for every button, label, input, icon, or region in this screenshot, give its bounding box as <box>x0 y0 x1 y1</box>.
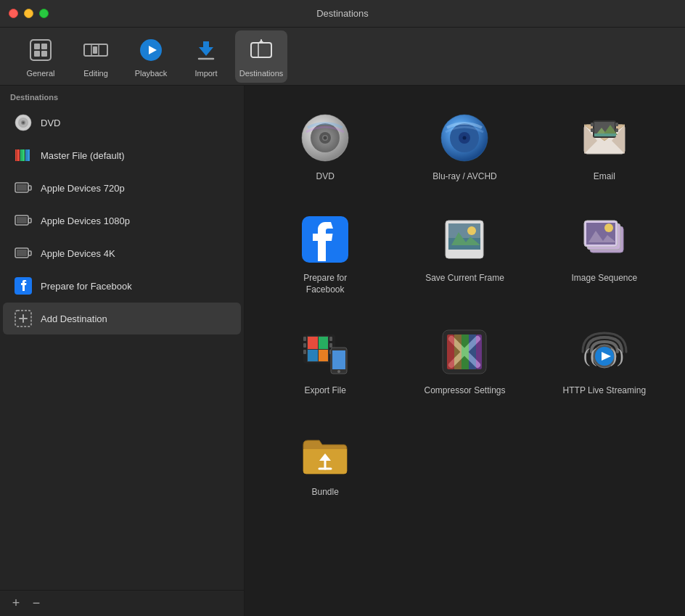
svg-rect-95 <box>476 334 482 369</box>
dest-streaming[interactable]: (( )) HTTP Live Streaming <box>538 314 670 408</box>
apple1080-label: Apple Devices 1080p <box>41 215 130 226</box>
svg-rect-32 <box>17 250 27 256</box>
svg-rect-8 <box>93 46 97 54</box>
compressor-dest-label: Compressor Settings <box>424 385 505 397</box>
svg-rect-83 <box>319 350 328 361</box>
svg-rect-85 <box>332 350 345 369</box>
destinations-label: Destinations <box>239 69 284 78</box>
svg-point-45 <box>463 136 467 140</box>
svg-rect-0 <box>30 40 51 60</box>
svg-rect-77 <box>329 343 332 348</box>
sidebar-item-apple1080[interactable]: Apple Devices 1080p <box>3 205 241 237</box>
frame-dest-label: Save Current Frame <box>425 273 504 284</box>
frame-dest-icon <box>438 213 491 266</box>
master-icon <box>13 145 33 165</box>
sidebar-list: DVD Master File (default) <box>0 106 244 590</box>
toolbar-item-destinations[interactable]: Destinations <box>235 30 287 83</box>
svg-rect-29 <box>17 217 27 223</box>
facebook-sidebar-icon <box>13 276 33 296</box>
sidebar-item-dvd[interactable]: DVD <box>3 107 241 139</box>
dvd-label: DVD <box>41 118 60 128</box>
remove-button[interactable]: − <box>28 595 45 612</box>
svg-rect-92 <box>454 334 462 369</box>
dest-compressor[interactable]: Compressor Settings <box>398 314 530 408</box>
svg-rect-73 <box>303 337 306 341</box>
svg-rect-93 <box>462 334 469 369</box>
close-button[interactable] <box>9 9 18 18</box>
add-destination-label: Add Destination <box>41 313 107 324</box>
add-destination-icon <box>13 308 33 329</box>
bluray-dest-icon <box>438 112 491 164</box>
toolbar: General Editing Playback <box>0 28 685 86</box>
svg-rect-13 <box>251 43 271 57</box>
apple-devices-4k-icon <box>13 243 33 263</box>
dest-facebook[interactable]: Prepare forFacebook <box>259 202 391 307</box>
streaming-dest-icon: (( )) <box>578 326 631 378</box>
svg-point-64 <box>467 226 476 235</box>
svg-rect-53 <box>591 128 594 132</box>
sidebar-item-master[interactable]: Master File (default) <box>3 139 241 171</box>
dest-export[interactable]: Export File <box>259 314 391 408</box>
editing-icon <box>81 36 110 65</box>
playback-icon <box>136 36 165 65</box>
email-dest-label: Email <box>594 171 615 183</box>
destinations-icon <box>247 36 276 65</box>
toolbar-item-playback[interactable]: Playback <box>125 30 177 83</box>
svg-rect-94 <box>469 334 476 369</box>
sidebar-item-apple4k[interactable]: Apple Devices 4K <box>3 237 241 269</box>
main-area: Destinations DVD <box>0 86 685 616</box>
sidebar-item-add[interactable]: Add Destination <box>3 303 241 334</box>
svg-rect-2 <box>41 44 47 49</box>
sidebar-header: Destinations <box>0 86 244 106</box>
dest-sequence[interactable]: Image Sequence <box>538 202 670 307</box>
apple4k-label: Apple Devices 4K <box>41 248 115 259</box>
compressor-dest-icon <box>438 326 491 378</box>
destinations-grid: DVD <box>245 86 685 616</box>
dest-bluray[interactable]: Blu-ray / AVCHD <box>398 100 530 194</box>
toolbar-item-general[interactable]: General <box>15 30 67 83</box>
export-dest-icon <box>299 326 351 378</box>
apple-devices-720-icon <box>13 178 33 198</box>
svg-rect-54 <box>615 128 618 132</box>
svg-rect-65 <box>448 250 480 258</box>
sidebar-item-apple720[interactable]: Apple Devices 720p <box>3 172 241 204</box>
svg-rect-51 <box>591 123 594 126</box>
svg-rect-25 <box>28 186 31 190</box>
toolbar-item-editing[interactable]: Editing <box>70 30 122 83</box>
svg-marker-11 <box>199 41 213 56</box>
master-label: Master File (default) <box>41 150 125 161</box>
svg-rect-81 <box>319 337 328 349</box>
svg-rect-26 <box>17 184 27 191</box>
import-label: Import <box>194 69 217 78</box>
svg-rect-21 <box>16 149 17 161</box>
bundle-dest-label: Bundle <box>311 487 338 498</box>
email-dest-icon <box>578 112 631 164</box>
svg-text:((: (( <box>583 344 597 366</box>
dest-email[interactable]: Email <box>538 100 670 194</box>
dvd-dest-label: DVD <box>316 171 334 183</box>
dest-dvd[interactable]: DVD <box>259 100 391 194</box>
svg-rect-22 <box>21 149 22 161</box>
import-icon <box>192 36 221 65</box>
svg-rect-23 <box>26 149 28 161</box>
minimize-button[interactable] <box>24 9 33 18</box>
dest-bundle[interactable]: Bundle <box>259 416 391 510</box>
sidebar: Destinations DVD <box>0 86 245 616</box>
traffic-lights <box>9 9 49 18</box>
svg-point-86 <box>337 370 340 373</box>
window-title: Destinations <box>316 8 369 19</box>
svg-text:)): )) <box>610 344 624 366</box>
maximize-button[interactable] <box>39 9 49 18</box>
svg-rect-74 <box>303 343 306 348</box>
sidebar-item-facebook[interactable]: Prepare for Facebook <box>3 270 241 302</box>
apple720-label: Apple Devices 720p <box>41 183 125 194</box>
svg-rect-80 <box>308 337 318 349</box>
svg-point-71 <box>604 223 613 232</box>
export-dest-label: Export File <box>304 385 345 397</box>
bundle-dest-icon <box>299 427 351 480</box>
dest-frame[interactable]: Save Current Frame <box>398 202 530 307</box>
svg-rect-31 <box>28 251 31 255</box>
svg-point-17 <box>22 122 25 124</box>
toolbar-item-import[interactable]: Import <box>180 30 232 83</box>
add-button[interactable]: + <box>7 595 25 612</box>
